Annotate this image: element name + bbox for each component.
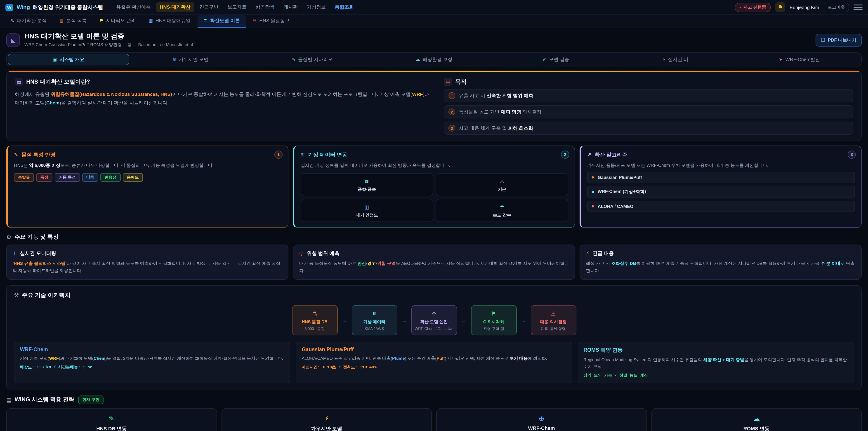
purpose-title-row: ◎ 목적	[444, 78, 853, 86]
satellite-icon: ✈	[13, 251, 17, 256]
pdf-export-button[interactable]: ❐ PDF 내보내기	[816, 34, 862, 46]
tab-hns-substance-info[interactable]: ⚛ HNS 물질정보	[247, 15, 296, 28]
strategy-card-wrf-chem: ⊕ WRF-Chem 정밀 수치 모의 3D 확산 시뮬레이션	[436, 408, 647, 431]
book-icon: ▦	[149, 19, 153, 23]
card-body: 가우시안 플룸/퍼프 모델 또는 WRF-Chem 수치 모델을 사용하여 대기…	[587, 162, 855, 169]
feature-risk-range-prediction: ◎ 위험 범위 예측 대기 중 독성물질 농도에 따른 안전/경고/위험 구역을…	[293, 245, 575, 280]
strategy-card-hns-db: ✎ HNS DB 연동 CHRIS/CAMEO DB 6,000+종 물질 정보	[6, 408, 217, 431]
weather-input-grid: ≋ 풍향·풍속 ♨ 기온 ▥ 대기 안정도 ☂ 습도·강수	[301, 173, 568, 222]
flow-node-hns-db: ⚗ HNS 물질 DB 6,000+ 물질	[292, 305, 338, 335]
flow-arrow-icon: →	[401, 317, 407, 323]
tag-toxicity: 독성	[36, 173, 53, 182]
flow-arrow-icon: →	[342, 317, 347, 323]
tab-diffusion-analysis[interactable]: ✎ 대기확산 분석	[4, 15, 53, 28]
pill-system-overview[interactable]: ▣ 시스템 개요	[8, 54, 129, 65]
bullet-icon	[592, 176, 594, 179]
nav-item-oil-spill-prediction[interactable]: 유출유 확산예측	[112, 2, 155, 12]
tab-hns-response-manual[interactable]: ▦ HNS 대응매뉴얼	[143, 15, 196, 28]
purpose-title: 목적	[455, 78, 467, 86]
notification-bell-icon[interactable]	[775, 2, 785, 12]
flow-node-model-engine: ⚙ 확산 모델 엔진 WRF-Chem / Gaussian	[411, 305, 457, 335]
nav-item-board[interactable]: 게시판	[279, 2, 302, 12]
strategy-card-roms: ☁ ROMS 연동 해양-대기 결합 장기 유막 모의	[651, 408, 862, 431]
step-number-badge: 3	[848, 151, 856, 159]
engine-icon: ⚙	[432, 311, 436, 316]
nav-item-reports[interactable]: 보고자료	[223, 2, 250, 12]
page-subtitle: WRF-Chem·Gaussian Plume/Puff·ROMS·해양환경 보…	[24, 42, 194, 48]
purpose-number-badge: 3	[448, 125, 455, 131]
architecture-flow: ⚗ HNS 물질 DB 6,000+ 물질 → ≋ 기상 데이터 KMA / A…	[14, 305, 854, 335]
overview-icon: ▣	[53, 57, 57, 62]
pill-marine-correction[interactable]: ☁ 해양환경 보정	[373, 54, 495, 65]
atom-icon: ⚛	[252, 19, 256, 23]
page-title: HNS 대기확산 모델 이론 및 검증	[24, 32, 194, 41]
pencil-icon: ✎	[14, 152, 18, 157]
nav-item-weather-info[interactable]: 기상정보	[303, 2, 330, 12]
current-implementation-badge: 현재 구현	[79, 396, 103, 404]
check-icon: ✔	[542, 57, 546, 62]
tag-solubility: 용해도	[123, 173, 143, 182]
tab-scenario-management[interactable]: ⚑ 시나리오 관리	[93, 15, 142, 28]
property-tags: 증발율 독성 거동 특성 비중 반응성 용해도	[14, 173, 282, 182]
wave-icon: ≋	[372, 311, 377, 316]
strategy-icon: ▤	[6, 397, 11, 403]
logout-button[interactable]: 로그아웃	[824, 2, 849, 12]
tab-analysis-list[interactable]: ▤ 분석 목록	[54, 15, 93, 28]
pill-wrf-chem-advancement[interactable]: ➤ WRF-Chem발전	[739, 54, 860, 65]
user-name[interactable]: Eunjeong Kim	[789, 4, 819, 10]
rocket-icon: ➤	[779, 57, 783, 62]
bolt-icon: ⚡	[324, 415, 329, 422]
wind-icon: ≋	[301, 152, 305, 157]
tab-model-theory[interactable]: ⚗ 확산모델 이론	[197, 15, 246, 28]
card-body: 실시간 기상 정보를 입력 데이터로 사용하여 확산 방향과 속도를 결정합니다…	[301, 162, 568, 169]
card-diffusion-algorithms: ↗ 확산 알고리즘 3 가우시안 플룸/퍼프 모델 또는 WRF-Chem 수치…	[580, 146, 862, 228]
cloud-icon: ☁	[415, 57, 420, 62]
section-tab-bar: ▣ 시스템 개요 ≋ 가우시안 모델 ✎ 물질별 시나리오 ☁ 해양환경 보정 …	[6, 53, 862, 66]
card-body: HNS는 약 6,000종 이상으로, 종류가 매우 다양합니다. 각 물질의 …	[14, 162, 282, 169]
chart-icon: ▥	[365, 205, 369, 210]
architecture-columns: WRF-Chem 기상 예측 모델(WRF)과 대기화학 모델(Chem)을 결…	[14, 342, 854, 383]
step-number-badge: 1	[274, 151, 283, 159]
column-roms: ROMS 해양 연동 Regional Ocean Modeling Syste…	[578, 342, 854, 383]
strategy-title-row: ▤ WING 시스템 적용 전략	[6, 396, 74, 404]
architecture-title-row: ⚒ 주요 기술 아키텍처	[14, 291, 854, 299]
bullet-icon	[592, 191, 594, 193]
target-icon: ◎	[299, 251, 304, 256]
pillar-cards: ✎ 물질 특성 반영 1 HNS는 약 6,000종 이상으로, 종류가 매우 …	[6, 146, 862, 228]
pill-model-validation[interactable]: ✔ 모델 검증	[495, 54, 617, 65]
features-title: 주요 기능 및 특징	[14, 233, 59, 241]
tag-reactivity: 반응성	[100, 173, 121, 182]
app-root: W Wing 해양환경 위기대응 통합시스템 유출유 확산예측 HNS·대기확산…	[0, 0, 868, 431]
page-title-block: HNS 대기확산 모델 이론 및 검증 WRF-Chem·Gaussian Pl…	[24, 32, 194, 48]
nav-item-hns-atmospheric-diffusion[interactable]: HNS·대기확산	[156, 2, 194, 12]
flow-arrow-icon: →	[461, 317, 467, 323]
architecture-section: ⚒ 주요 기술 아키텍처 ⚗ HNS 물질 DB 6,000+ 물질 → ≋ 기…	[6, 285, 862, 390]
card-substance-characteristics: ✎ 물질 특성 반영 1 HNS는 약 6,000종 이상으로, 종류가 매우 …	[6, 146, 288, 228]
flow-node-weather-data: ≋ 기상 데이터 KMA / AWS	[351, 305, 397, 335]
weather-box-wind: ≋ 풍향·풍속	[301, 173, 433, 196]
algo-item-wrf-chem: WRF-Chem (기상+화학)	[587, 186, 855, 198]
weather-box-stability: ▥ 대기 안정도	[301, 199, 433, 222]
pill-realtime-comparison[interactable]: ⚡ 실시간 비교	[617, 54, 739, 65]
algo-item-gaussian: Gaussian Plume/Puff	[587, 172, 855, 183]
algorithm-list: Gaussian Plume/Puff WRF-Chem (기상+화학) ALO…	[587, 172, 855, 212]
intro-definition: ▦ HNS 대기확산 모델이란? 해상에서 유출된 위험유해물질(Hazardo…	[15, 78, 432, 135]
purpose-number-badge: 1	[448, 92, 455, 99]
strategy-title: WING 시스템 적용 전략	[15, 396, 74, 404]
pencil-icon: ✎	[291, 57, 296, 62]
strategy-section: ▤ WING 시스템 적용 전략 현재 구현 ✎ HNS DB 연동 CHRIS…	[6, 396, 862, 431]
nav-item-integrated-search[interactable]: 통합조회	[331, 2, 358, 12]
topnav-right: ● 사고 진행중 Eunjeong Kim 로그아웃	[735, 2, 863, 12]
pill-gaussian-model[interactable]: ≋ 가우시안 모델	[129, 54, 251, 65]
intro-title: HNS 대기확산 모델이란?	[26, 78, 90, 86]
wing-logo-icon: W	[5, 3, 13, 11]
purpose-item: 1 유출 사고 시 신속한 위험 범위 예측	[444, 89, 853, 102]
nav-item-aerial-search[interactable]: 항공탐색	[251, 2, 278, 12]
features-section: ⚙ 주요 기능 및 특징 ✈ 실시간 모니터링 'HNS 유출 블랙박스 시스템…	[6, 233, 862, 280]
bolt-icon: ⚡	[586, 251, 589, 256]
brand-name: Wing	[17, 4, 30, 10]
pill-substance-scenarios[interactable]: ✎ 물질별 시나리오	[251, 54, 373, 65]
hamburger-menu-icon[interactable]	[854, 3, 863, 11]
nav-item-emergency-rescue[interactable]: 긴급구난	[195, 2, 222, 12]
tag-evaporation: 증발율	[14, 173, 34, 182]
